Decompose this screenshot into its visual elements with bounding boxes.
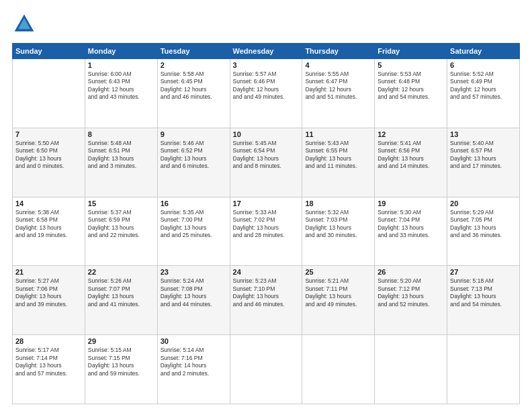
cell-text: Sunrise: 5:43 AMSunset: 6:55 PMDaylight:… bbox=[305, 140, 371, 171]
day-number: 18 bbox=[305, 199, 371, 208]
cell-text: Sunrise: 5:27 AMSunset: 7:06 PMDaylight:… bbox=[15, 277, 82, 308]
cell-text: Sunrise: 5:20 AMSunset: 7:12 PMDaylight:… bbox=[378, 277, 444, 308]
weekday-header: Monday bbox=[85, 44, 157, 59]
cell-text: Sunrise: 5:38 AMSunset: 6:58 PMDaylight:… bbox=[15, 209, 82, 240]
cell-text: Sunrise: 5:24 AMSunset: 7:08 PMDaylight:… bbox=[161, 277, 227, 308]
calendar-week-row: 7Sunrise: 5:50 AMSunset: 6:50 PMDaylight… bbox=[13, 128, 520, 197]
cell-text: Sunrise: 5:41 AMSunset: 6:56 PMDaylight:… bbox=[378, 140, 444, 171]
day-number: 17 bbox=[233, 199, 300, 208]
weekday-header: Tuesday bbox=[157, 44, 230, 59]
cell-text: Sunrise: 5:30 AMSunset: 7:04 PMDaylight:… bbox=[378, 209, 444, 240]
calendar-cell bbox=[447, 335, 520, 404]
cell-text: Sunrise: 5:17 AMSunset: 7:14 PMDaylight:… bbox=[15, 347, 82, 377]
calendar-cell: 15Sunrise: 5:37 AMSunset: 6:59 PMDayligh… bbox=[85, 197, 157, 266]
weekday-header: Wednesday bbox=[230, 44, 302, 59]
day-number: 12 bbox=[378, 130, 444, 138]
calendar-cell: 3Sunrise: 5:57 AMSunset: 6:46 PMDaylight… bbox=[230, 59, 302, 128]
cell-text: Sunrise: 5:26 AMSunset: 7:07 PMDaylight:… bbox=[88, 277, 154, 308]
cell-text: Sunrise: 5:37 AMSunset: 6:59 PMDaylight:… bbox=[88, 209, 154, 240]
calendar-cell: 27Sunrise: 5:18 AMSunset: 7:13 PMDayligh… bbox=[447, 266, 520, 335]
day-number: 6 bbox=[450, 61, 517, 69]
weekday-header: Saturday bbox=[447, 44, 520, 59]
cell-text: Sunrise: 5:55 AMSunset: 6:47 PMDaylight:… bbox=[305, 71, 371, 101]
day-number: 29 bbox=[88, 337, 154, 345]
day-number: 1 bbox=[88, 61, 154, 69]
page: SundayMondayTuesdayWednesdayThursdayFrid… bbox=[0, 0, 532, 411]
cell-text: Sunrise: 5:29 AMSunset: 7:05 PMDaylight:… bbox=[450, 209, 517, 240]
cell-text: Sunrise: 5:21 AMSunset: 7:11 PMDaylight:… bbox=[305, 277, 371, 308]
cell-text: Sunrise: 5:48 AMSunset: 6:51 PMDaylight:… bbox=[88, 140, 154, 171]
calendar-cell: 16Sunrise: 5:35 AMSunset: 7:00 PMDayligh… bbox=[157, 197, 230, 266]
logo bbox=[12, 12, 40, 36]
calendar-week-row: 14Sunrise: 5:38 AMSunset: 6:58 PMDayligh… bbox=[13, 197, 520, 266]
cell-text: Sunrise: 5:50 AMSunset: 6:50 PMDaylight:… bbox=[15, 140, 82, 171]
cell-text: Sunrise: 5:58 AMSunset: 6:45 PMDaylight:… bbox=[161, 71, 227, 101]
calendar-cell: 7Sunrise: 5:50 AMSunset: 6:50 PMDaylight… bbox=[13, 128, 85, 197]
day-number: 3 bbox=[233, 61, 300, 69]
day-number: 2 bbox=[161, 61, 227, 69]
cell-text: Sunrise: 5:32 AMSunset: 7:03 PMDaylight:… bbox=[305, 209, 371, 240]
calendar-week-row: 1Sunrise: 6:00 AMSunset: 6:43 PMDaylight… bbox=[13, 59, 520, 128]
cell-text: Sunrise: 5:15 AMSunset: 7:15 PMDaylight:… bbox=[88, 347, 154, 377]
weekday-header: Sunday bbox=[13, 44, 85, 59]
calendar-cell: 18Sunrise: 5:32 AMSunset: 7:03 PMDayligh… bbox=[302, 197, 375, 266]
cell-text: Sunrise: 5:52 AMSunset: 6:49 PMDaylight:… bbox=[450, 71, 517, 101]
calendar-cell: 10Sunrise: 5:45 AMSunset: 6:54 PMDayligh… bbox=[230, 128, 302, 197]
calendar-cell bbox=[302, 335, 375, 404]
calendar-cell: 2Sunrise: 5:58 AMSunset: 6:45 PMDaylight… bbox=[157, 59, 230, 128]
calendar-cell: 1Sunrise: 6:00 AMSunset: 6:43 PMDaylight… bbox=[85, 59, 157, 128]
cell-text: Sunrise: 5:23 AMSunset: 7:10 PMDaylight:… bbox=[233, 277, 300, 308]
cell-text: Sunrise: 5:14 AMSunset: 7:16 PMDaylight:… bbox=[161, 347, 227, 377]
calendar-cell: 20Sunrise: 5:29 AMSunset: 7:05 PMDayligh… bbox=[447, 197, 520, 266]
calendar-cell bbox=[13, 59, 85, 128]
day-number: 23 bbox=[161, 268, 227, 276]
day-number: 13 bbox=[450, 130, 517, 138]
calendar-cell: 24Sunrise: 5:23 AMSunset: 7:10 PMDayligh… bbox=[230, 266, 302, 335]
cell-text: Sunrise: 5:53 AMSunset: 6:48 PMDaylight:… bbox=[378, 71, 444, 101]
header bbox=[12, 12, 520, 36]
day-number: 8 bbox=[88, 130, 154, 138]
day-number: 22 bbox=[88, 268, 154, 276]
day-number: 9 bbox=[161, 130, 227, 138]
weekday-header-row: SundayMondayTuesdayWednesdayThursdayFrid… bbox=[13, 44, 520, 59]
cell-text: Sunrise: 5:18 AMSunset: 7:13 PMDaylight:… bbox=[450, 277, 517, 308]
calendar-cell: 30Sunrise: 5:14 AMSunset: 7:16 PMDayligh… bbox=[157, 335, 230, 404]
day-number: 21 bbox=[15, 268, 82, 276]
calendar-cell bbox=[375, 335, 447, 404]
day-number: 15 bbox=[88, 199, 154, 208]
calendar-cell: 12Sunrise: 5:41 AMSunset: 6:56 PMDayligh… bbox=[375, 128, 447, 197]
calendar-cell: 17Sunrise: 5:33 AMSunset: 7:02 PMDayligh… bbox=[230, 197, 302, 266]
calendar-cell bbox=[230, 335, 302, 404]
calendar-cell: 22Sunrise: 5:26 AMSunset: 7:07 PMDayligh… bbox=[85, 266, 157, 335]
cell-text: Sunrise: 5:40 AMSunset: 6:57 PMDaylight:… bbox=[450, 140, 517, 171]
calendar-cell: 21Sunrise: 5:27 AMSunset: 7:06 PMDayligh… bbox=[13, 266, 85, 335]
weekday-header: Friday bbox=[375, 44, 447, 59]
calendar-week-row: 28Sunrise: 5:17 AMSunset: 7:14 PMDayligh… bbox=[13, 335, 520, 404]
day-number: 25 bbox=[305, 268, 371, 276]
day-number: 30 bbox=[161, 337, 227, 345]
calendar-cell: 13Sunrise: 5:40 AMSunset: 6:57 PMDayligh… bbox=[447, 128, 520, 197]
day-number: 20 bbox=[450, 199, 517, 208]
calendar-cell: 11Sunrise: 5:43 AMSunset: 6:55 PMDayligh… bbox=[302, 128, 375, 197]
cell-text: Sunrise: 5:57 AMSunset: 6:46 PMDaylight:… bbox=[233, 71, 300, 101]
cell-text: Sunrise: 5:35 AMSunset: 7:00 PMDaylight:… bbox=[161, 209, 227, 240]
calendar-cell: 5Sunrise: 5:53 AMSunset: 6:48 PMDaylight… bbox=[375, 59, 447, 128]
day-number: 10 bbox=[233, 130, 300, 138]
calendar-cell: 6Sunrise: 5:52 AMSunset: 6:49 PMDaylight… bbox=[447, 59, 520, 128]
day-number: 27 bbox=[450, 268, 517, 276]
cell-text: Sunrise: 5:33 AMSunset: 7:02 PMDaylight:… bbox=[233, 209, 300, 240]
calendar-cell: 23Sunrise: 5:24 AMSunset: 7:08 PMDayligh… bbox=[157, 266, 230, 335]
day-number: 7 bbox=[15, 130, 82, 138]
logo-icon bbox=[12, 12, 36, 36]
day-number: 24 bbox=[233, 268, 300, 276]
calendar-cell: 26Sunrise: 5:20 AMSunset: 7:12 PMDayligh… bbox=[375, 266, 447, 335]
calendar-cell: 29Sunrise: 5:15 AMSunset: 7:15 PMDayligh… bbox=[85, 335, 157, 404]
day-number: 28 bbox=[15, 337, 82, 345]
calendar-cell: 28Sunrise: 5:17 AMSunset: 7:14 PMDayligh… bbox=[13, 335, 85, 404]
calendar-cell: 9Sunrise: 5:46 AMSunset: 6:52 PMDaylight… bbox=[157, 128, 230, 197]
calendar-cell: 19Sunrise: 5:30 AMSunset: 7:04 PMDayligh… bbox=[375, 197, 447, 266]
cell-text: Sunrise: 6:00 AMSunset: 6:43 PMDaylight:… bbox=[88, 71, 154, 101]
calendar-cell: 14Sunrise: 5:38 AMSunset: 6:58 PMDayligh… bbox=[13, 197, 85, 266]
calendar-cell: 8Sunrise: 5:48 AMSunset: 6:51 PMDaylight… bbox=[85, 128, 157, 197]
day-number: 19 bbox=[378, 199, 444, 208]
